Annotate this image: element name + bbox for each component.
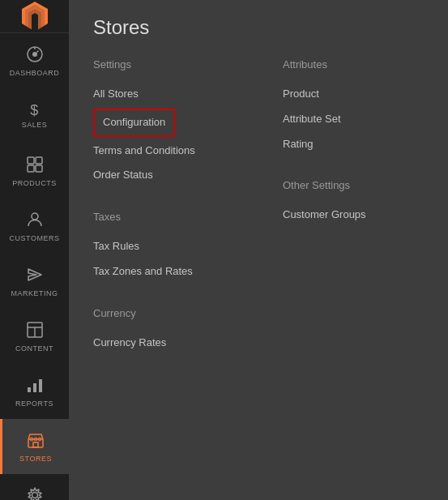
taxes-section: Taxes Tax Rules Tax Zones and Rates [93,211,234,284]
content-icon [26,321,44,341]
main-content: Stores Settings All Stores Configuration… [69,0,448,500]
right-column: Attributes Product Attribute Set Rating … [283,58,424,378]
svg-rect-15 [39,379,42,392]
settings-section: Settings All Stores Configuration Terms … [93,58,234,188]
settings-heading: Settings [93,58,234,71]
sidebar-item-customers-label: CUSTOMERS [10,234,60,242]
sidebar-item-reports[interactable]: REPORTS [0,364,69,419]
sidebar-item-products-label: PRODUCTS [12,179,57,187]
svg-rect-14 [33,383,36,392]
sidebar-item-content[interactable]: CONTENT [0,309,69,364]
sidebar-item-reports-label: REPORTS [15,400,53,408]
svg-point-21 [32,492,37,498]
sidebar-item-content-label: CONTENT [15,344,53,353]
sidebar: DASHBOARD $ SALES PRODUCTS CUSTOMERS [0,0,69,500]
svg-line-3 [36,50,38,52]
svg-rect-4 [28,157,34,164]
sidebar-item-marketing-label: MARKETING [11,289,58,297]
attributes-section: Attributes Product Attribute Set Rating [283,58,424,156]
stores-icon [27,431,45,451]
sidebar-item-sales[interactable]: $ SALES [0,88,69,143]
svg-point-1 [32,52,37,57]
content-columns: Settings All Stores Configuration Terms … [93,58,424,378]
magento-logo-icon [19,0,51,32]
marketing-icon [26,266,44,286]
svg-rect-7 [36,165,42,172]
customers-icon [26,211,44,231]
sales-icon: $ [30,103,39,118]
configuration-link[interactable]: Configuration [93,109,175,137]
tax-rules-link[interactable]: Tax Rules [93,234,234,259]
currency-rates-link[interactable]: Currency Rates [93,331,234,356]
sidebar-item-products[interactable]: PRODUCTS [0,143,69,199]
tax-zones-rates-link[interactable]: Tax Zones and Rates [93,259,234,284]
sidebar-item-sales-label: SALES [22,121,48,129]
products-icon [26,156,44,176]
product-link[interactable]: Product [283,82,424,107]
sidebar-item-customers[interactable]: CUSTOMERS [0,199,69,254]
sidebar-item-system[interactable]: SYSTEM [0,474,69,500]
svg-point-8 [32,213,38,220]
all-stores-link[interactable]: All Stores [93,82,234,107]
other-settings-section: Other Settings Customer Groups [283,179,424,228]
attribute-set-link[interactable]: Attribute Set [283,107,424,132]
sidebar-item-dashboard-label: DASHBOARD [10,69,60,77]
reports-icon [26,376,44,396]
taxes-heading: Taxes [93,211,234,223]
dashboard-icon [26,45,44,66]
sidebar-logo [0,0,69,33]
page-title: Stores [93,16,424,39]
svg-rect-6 [28,165,34,172]
svg-marker-9 [28,269,41,280]
sidebar-item-stores[interactable]: STORES [0,419,69,474]
sidebar-item-stores-label: STORES [19,455,52,463]
order-status-link[interactable]: Order Status [93,163,234,188]
sidebar-item-dashboard[interactable]: DASHBOARD [0,33,69,88]
customer-groups-link[interactable]: Customer Groups [283,203,424,228]
sidebar-item-marketing[interactable]: MARKETING [0,254,69,309]
system-icon [26,486,44,501]
rating-link[interactable]: Rating [283,132,424,157]
left-column: Settings All Stores Configuration Terms … [93,58,234,378]
terms-conditions-link[interactable]: Terms and Conditions [93,139,234,164]
svg-rect-5 [36,157,42,164]
other-settings-heading: Other Settings [283,179,424,191]
svg-rect-13 [28,387,31,392]
attributes-heading: Attributes [283,58,424,71]
currency-heading: Currency [93,307,234,319]
svg-rect-17 [33,442,38,447]
currency-section: Currency Currency Rates [93,307,234,356]
